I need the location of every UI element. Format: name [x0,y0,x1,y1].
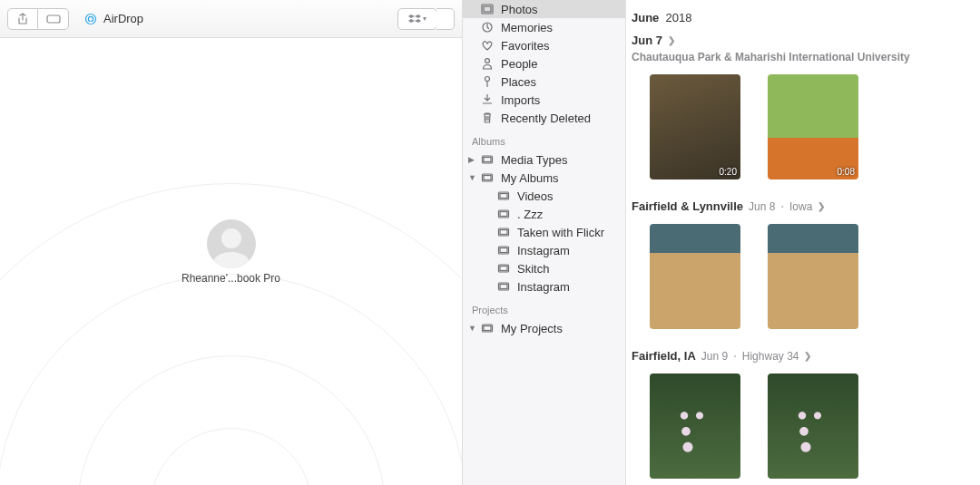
photos-content: June 2018 Jun 7❯Chautauqua Park & Mahari… [626,0,980,485]
location-title: Fairfield & Lynnville [632,199,743,213]
share-button[interactable] [7,8,38,30]
sidebar-item-my-projects[interactable]: ▼My Projects [463,319,625,337]
finder-toolbar: AirDrop ▾ [0,0,462,38]
sidebar-item-instagram[interactable]: Instagram [463,241,625,259]
sidebar-item-label: Imports [501,93,540,107]
memories-icon [481,21,494,34]
photo-group: Fairfield, IA Jun 9·Highway 34❯ [632,349,980,479]
chevron-right-icon: ❯ [818,201,825,211]
month-heading: June 2018 [632,0,980,28]
video-duration: 0:20 [720,167,737,177]
location-label: AirDrop [103,12,143,25]
sidebar-item-instagram[interactable]: Instagram [463,277,625,296]
sidebar-item-label: Videos [517,189,554,203]
sidebar-item-skitch[interactable]: Skitch [463,259,625,277]
sidebar-item-imports[interactable]: Imports [463,91,625,109]
toolbar-extra-button[interactable] [436,8,455,30]
photo-group: Fairfield & Lynnville Jun 8·Iowa❯ [632,199,980,329]
sidebar-item-label: Media Types [501,153,567,167]
sidebar-item-label: Recently Deleted [501,112,591,125]
sidebar-item-label: Favorites [501,39,549,53]
folder-icon [497,208,510,220]
folder-icon [481,153,494,166]
folder-icon [497,262,510,275]
folder-icon [497,280,510,293]
sidebar-item-label: . Zzz [517,208,543,221]
albums-header: Albums [463,127,625,150]
chevron-right-icon: ❯ [668,35,675,45]
svg-point-7 [485,77,490,82]
thumbnail-row [632,224,980,329]
sidebar-item-videos[interactable]: Videos [463,187,625,205]
month-year: 2018 [666,11,692,24]
sidebar-item-label: Memories [501,21,553,34]
photo-thumbnail[interactable]: 0:20 [650,74,740,179]
photos-window: PhotosMemoriesFavoritesPeoplePlacesImpor… [463,0,980,485]
folder-icon [497,226,510,238]
sidebar-item-taken-with-flickr[interactable]: Taken with Flickr [463,223,625,241]
month-name: June [632,11,659,24]
svg-rect-4 [484,6,491,12]
photos-sidebar: PhotosMemoriesFavoritesPeoplePlacesImpor… [463,0,626,485]
toolbar-share-group [7,8,69,30]
tags-button[interactable] [38,8,69,30]
airdrop-icon [83,12,98,26]
sidebar-item-recently-deleted[interactable]: Recently Deleted [463,109,625,127]
photo-thumbnail[interactable] [650,224,740,329]
projects-header: Projects [463,296,625,319]
disclosure-triangle-icon[interactable]: ▼ [468,173,476,182]
trash-icon [481,112,494,124]
sidebar-item-places[interactable]: Places [463,73,625,91]
disclosure-triangle-icon[interactable]: ▶ [468,155,475,164]
sidebar-item--zzz[interactable]: . Zzz [463,205,625,223]
sidebar-item-photos[interactable]: Photos [463,0,625,18]
location-heading[interactable]: Fairfield, IA Jun 9·Highway 34❯ [632,349,980,363]
location-heading[interactable]: Fairfield & Lynnville Jun 8·Iowa❯ [632,199,980,213]
svg-rect-13 [500,194,507,199]
dropbox-button[interactable]: ▾ [397,8,437,30]
folder-icon [497,244,510,257]
svg-rect-15 [500,212,507,217]
svg-point-2 [88,16,93,21]
sidebar-item-label: Skitch [517,262,549,276]
svg-rect-17 [500,230,507,235]
svg-rect-0 [47,15,60,23]
svg-rect-25 [484,326,491,331]
airdrop-area: Rheanne'...book Pro [0,38,462,485]
sidebar-item-my-albums[interactable]: ▼My Albums [463,169,625,187]
video-duration: 0:08 [838,167,855,177]
finder-window: AirDrop ▾ Rheanne'...book Pro [0,0,463,485]
chevron-right-icon: ❯ [804,351,811,361]
sidebar-item-label: My Projects [501,322,563,335]
location-meta: Highway 34 [742,350,799,363]
photo-thumbnail[interactable] [768,373,858,479]
svg-rect-23 [500,285,507,289]
sidebar-item-people[interactable]: People [463,54,625,73]
location-title: Fairfield, IA [632,349,696,363]
sidebar-item-label: Taken with Flickr [517,226,604,239]
import-icon [481,93,494,106]
day-label: Jun 7 [632,34,662,47]
sidebar-item-label: Instagram [517,244,570,257]
location-date: Jun 9 [701,350,728,363]
photo-thumbnail[interactable] [650,373,740,479]
svg-rect-19 [500,248,507,253]
heart-icon [481,39,494,52]
photo-thumbnail[interactable] [768,224,858,329]
sidebar-item-label: Places [501,75,536,89]
pin-icon [481,75,494,88]
sidebar-item-favorites[interactable]: Favorites [463,36,625,54]
sidebar-item-label: Photos [501,3,537,16]
sidebar-item-label: My Albums [501,171,559,185]
day-heading[interactable]: Jun 7❯ [632,34,980,47]
folder-icon [497,189,510,202]
location-subtitle: Chautauqua Park & Maharishi Internationa… [632,51,980,63]
disclosure-triangle-icon[interactable]: ▼ [468,324,476,333]
sidebar-item-media-types[interactable]: ▶Media Types [463,150,625,169]
location-meta: Iowa [789,200,812,213]
sidebar-item-memories[interactable]: Memories [463,18,625,36]
svg-rect-11 [484,176,491,180]
airdrop-device-avatar[interactable] [207,219,256,268]
photo-thumbnail[interactable]: 0:08 [768,74,858,179]
airdrop-device-label: Rheanne'...book Pro [181,272,280,285]
